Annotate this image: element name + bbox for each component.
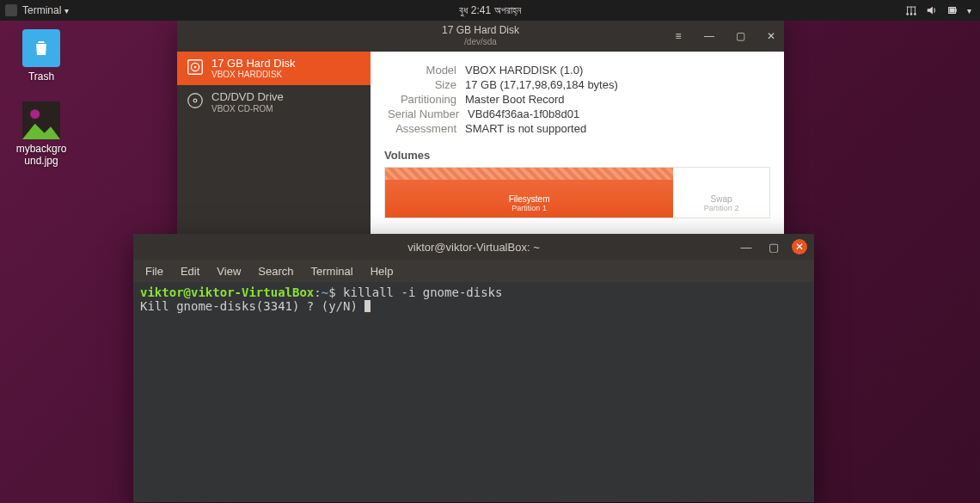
prompt-colon: : [314,285,321,299]
disks-maximize-button[interactable]: ▢ [727,21,753,52]
disks-main-panel: ModelVBOX HARDDISK (1.0) Size17 GB (17,1… [371,52,784,234]
menu-view[interactable]: View [210,263,248,279]
disks-titlebar: 17 GB Hard Disk /dev/sda ≡ — ▢ ✕ [177,21,784,52]
system-menu-arrow[interactable]: ▾ [967,6,971,15]
prompt-path: ~ [322,285,328,299]
svg-point-15 [188,94,203,108]
volume1-type: Filesystem [509,194,550,204]
terminal-titlebar: viktor@viktor-VirtualBox: ~ — ▢ ✕ [133,234,814,260]
info-val-assessment: SMART is not supported [465,122,586,135]
sidebar-cdrom-name: CD/DVD Drive [211,91,284,103]
svg-rect-8 [956,9,957,12]
disks-subtitle: /dev/sda [442,37,519,47]
terminal-output: Kill gnome-disks(3341) ? (y/N) [140,299,364,313]
terminal-body[interactable]: viktor@viktor-VirtualBox:~$ killall -i g… [133,282,814,502]
svg-point-14 [194,66,197,69]
desktop-trash-label: Trash [7,71,76,83]
prompt-user: viktor@viktor-VirtualBox [140,285,314,299]
terminal-maximize-button[interactable]: ▢ [761,234,787,260]
battery-icon[interactable] [946,4,959,16]
cursor [364,300,371,312]
cdrom-icon [186,91,205,110]
disks-minimize-button[interactable]: — [696,21,722,52]
info-key-partitioning: Partitioning [388,93,465,106]
menu-search[interactable]: Search [251,263,300,279]
svg-point-16 [193,99,197,102]
svg-rect-5 [915,7,916,14]
disk-info-table: ModelVBOX HARDDISK (1.0) Size17 GB (17,1… [371,52,784,144]
info-key-size: Size [388,78,465,91]
menu-terminal[interactable]: Terminal [304,263,360,279]
disks-window: 17 GB Hard Disk /dev/sda ≡ — ▢ ✕ 17 GB H… [177,21,784,234]
volume-icon[interactable] [926,4,938,16]
disks-title: 17 GB Hard Disk [442,25,519,37]
volume-partition-1[interactable]: Filesystem Partition 1 [385,168,673,218]
app-indicator-icon [5,4,17,16]
terminal-close-button[interactable]: ✕ [787,234,812,260]
volume2-type: Swap [711,194,732,204]
svg-rect-6 [907,7,916,8]
desktop-trash[interactable]: Trash [7,29,76,83]
sidebar-disk-harddisk[interactable]: 17 GB Hard Disk VBOX HARDDISK [177,52,371,85]
image-file-icon [22,101,60,139]
volume-partition-2[interactable]: Swap Partition 2 [673,168,769,218]
menu-edit[interactable]: Edit [174,263,206,279]
network-icon[interactable] [905,4,917,16]
info-val-partitioning: Master Boot Record [465,93,565,106]
typed-command: killall -i gnome-disks [343,285,502,299]
sidebar-disk-cdrom[interactable]: CD/DVD Drive VBOX CD-ROM [177,85,371,119]
desktop-image-file[interactable]: mybackgro und.jpg [7,101,76,168]
disks-sidebar: 17 GB Hard Disk VBOX HARDDISK CD/DVD Dri… [177,52,371,234]
active-app-label[interactable]: Terminal [22,4,69,16]
svg-point-11 [30,109,40,119]
terminal-title: viktor@viktor-VirtualBox: ~ [407,241,539,254]
sidebar-cdrom-model: VBOX CD-ROM [211,104,284,113]
trash-icon [22,29,60,67]
harddisk-icon [186,58,205,77]
desktop-image-label: mybackgro und.jpg [7,143,76,168]
volume2-label: Partition 2 [704,204,739,212]
info-key-assessment: Assessment [388,122,465,135]
terminal-menubar: File Edit View Search Terminal Help [133,260,814,282]
svg-rect-3 [907,7,908,14]
info-val-model: VBOX HARDDISK (1.0) [465,64,583,77]
menu-file[interactable]: File [138,263,170,279]
sidebar-disk-model: VBOX HARDDISK [211,70,296,79]
info-val-serial: VBd64f36aa-1f0b8d01 [468,107,579,120]
svg-rect-9 [950,8,955,12]
hamburger-menu-icon[interactable]: ≡ [665,21,691,52]
info-key-serial: Serial Number [388,107,468,120]
volume1-label: Partition 1 [511,204,547,212]
sidebar-disk-name: 17 GB Hard Disk [211,58,296,70]
prompt-dollar: $ [328,285,335,299]
top-panel: Terminal বুধ 2:41 অপরাহ্ন ▾ [0,0,980,21]
volumes-box: Filesystem Partition 1 Swap Partition 2 [384,167,770,218]
svg-rect-4 [911,7,912,14]
info-key-model: Model [388,64,465,77]
clock[interactable]: বুধ 2:41 অপরাহ্ন [459,4,520,16]
terminal-window: viktor@viktor-VirtualBox: ~ — ▢ ✕ File E… [133,234,814,502]
menu-help[interactable]: Help [364,263,401,279]
volumes-section-label: Volumes [371,144,784,167]
disks-close-button[interactable]: ✕ [758,21,784,52]
info-val-size: 17 GB (17,17,98,69,184 bytes) [465,78,618,91]
terminal-minimize-button[interactable]: — [733,234,759,260]
